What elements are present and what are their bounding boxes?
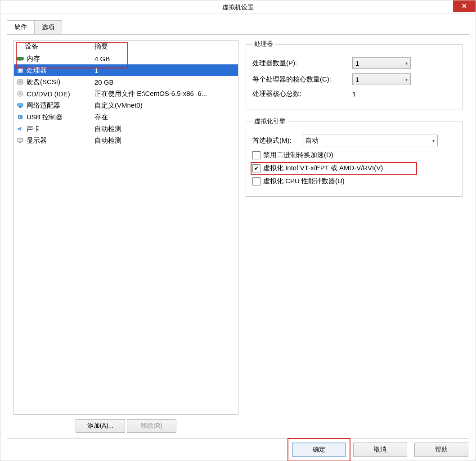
svg-rect-17 [19,142,21,143]
device-header-summary: 摘要 [94,42,236,51]
checkbox-cpu-perf-counter[interactable] [252,177,260,185]
total-cores-label: 处理器核心总数: [252,90,352,98]
device-row-usb[interactable]: U USB 控制器 存在 [14,111,238,123]
svg-rect-0 [17,57,23,60]
svg-rect-12 [19,106,22,108]
device-label: 声卡 [27,125,40,133]
device-summary: 自定义(VMnet0) [94,101,236,110]
disk-icon [17,78,24,86]
memory-icon [17,55,24,62]
svg-rect-1 [18,60,18,61]
device-header-device: 设备 [16,42,94,51]
processor-count-value: 1 [355,59,359,67]
device-row-memory[interactable]: 内存 4 GB [14,53,238,64]
virtualization-group: 虚拟化引擎 首选模式(M): 自动 ▾ 禁用二进制转换加速(D) [246,118,463,197]
cpu-icon [17,67,24,74]
device-label: 处理器 [27,66,47,75]
checkbox-disable-binary-translation[interactable] [252,151,260,159]
svg-marker-15 [18,127,21,131]
add-device-button[interactable]: 添加(A)... [76,419,125,433]
chevron-down-icon: ▾ [405,61,408,66]
cancel-button[interactable]: 取消 [353,443,407,457]
close-button[interactable] [453,0,476,12]
display-icon [17,137,24,144]
checkbox-vt-x-ept[interactable] [252,164,260,172]
svg-rect-16 [18,138,23,142]
svg-rect-4 [22,60,22,61]
cores-per-processor-value: 1 [355,76,359,83]
processor-count-select[interactable]: 1 ▾ [352,57,411,69]
help-button[interactable]: 帮助 [414,443,468,457]
device-row-disk[interactable]: 硬盘(SCSI) 20 GB [14,76,238,88]
preferred-mode-value: 自动 [305,136,319,145]
device-summary: 存在 [94,113,236,122]
svg-point-10 [20,93,21,95]
device-summary: 4 GB [94,55,236,63]
checkbox-vt-x-ept-label: 虚拟化 Intel VT-x/EPT 或 AMD-V/RVI(V) [263,164,383,172]
device-summary: 20 GB [94,78,236,86]
preferred-mode-select[interactable]: 自动 ▾ [302,135,438,146]
svg-rect-3 [20,60,21,61]
device-label: CD/DVD (IDE) [27,90,70,98]
sound-icon [17,125,24,132]
device-row-cddvd[interactable]: CD/DVD (IDE) 正在使用文件 E:\CentOS-6.5-x86_6.… [14,88,238,99]
device-row-processor[interactable]: 处理器 1 [14,64,238,76]
device-summary: 1 [94,67,236,74]
preferred-mode-label: 首选模式(M): [252,136,302,145]
device-row-display[interactable]: 显示器 自动检测 [14,135,238,146]
ok-button[interactable]: 确定 [292,443,346,457]
usb-icon: U [17,113,24,121]
tab-options[interactable]: 选项 [34,20,62,34]
checkbox-cpu-perf-counter-label: 虚拟化 CPU 性能计数器(U) [263,177,345,185]
total-cores-value: 1 [352,90,356,98]
title-bar: 虚拟机设置 [0,0,476,14]
device-row-sound[interactable]: 声卡 自动检测 [14,123,238,135]
device-label: 内存 [27,54,40,63]
chevron-down-icon: ▾ [405,77,408,82]
svg-rect-11 [18,104,23,106]
cores-per-processor-select[interactable]: 1 ▾ [352,73,411,85]
device-row-network[interactable]: 网络适配器 自定义(VMnet0) [14,99,238,111]
device-summary: 自动检测 [94,125,236,133]
remove-device-button[interactable]: 移除(R) [127,419,176,433]
cd-icon [17,90,24,97]
tab-hardware[interactable]: 硬件 [7,20,35,34]
virtualization-legend: 虚拟化引擎 [252,118,287,126]
device-label: 网络适配器 [27,101,60,110]
svg-rect-2 [19,60,20,61]
chevron-down-icon: ▾ [432,138,435,143]
device-list: 设备 摘要 内存 4 GB [13,40,238,415]
net-icon [17,102,24,109]
device-summary: 自动检测 [94,136,236,145]
checkbox-disable-binary-translation-label: 禁用二进制转换加速(D) [263,151,333,159]
processor-legend: 处理器 [252,40,275,48]
cores-per-processor-label: 每个处理器的核心数量(C): [252,75,352,84]
processor-group: 处理器 处理器数量(P): 1 ▾ 每个处理器的核心数量(C): 1 ▾ [246,40,463,109]
processor-count-label: 处理器数量(P): [252,59,352,68]
device-label: 显示器 [27,136,47,145]
svg-text:U: U [19,116,21,119]
device-label: USB 控制器 [27,113,63,122]
tabstrip: 硬件 选项 [7,20,469,35]
device-summary: 正在使用文件 E:\CentOS-6.5-x86_6... [94,90,236,98]
window-title: 虚拟机设置 [222,4,254,11]
svg-rect-6 [19,69,22,72]
svg-point-8 [19,81,22,83]
device-label: 硬盘(SCSI) [27,78,60,86]
